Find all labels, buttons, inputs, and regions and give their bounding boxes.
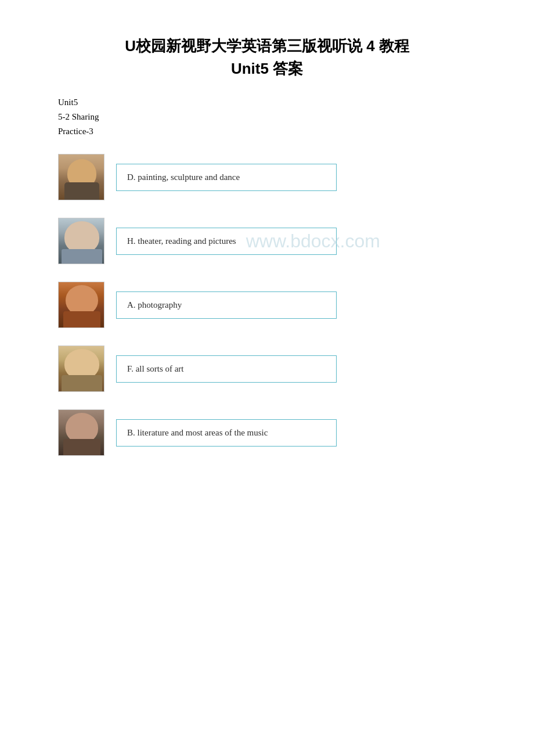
qa-item-3: A. photography [58,282,488,328]
breadcrumb-practice: Practice-3 [58,127,488,136]
answer-box-2: H. theater, reading and pictures [116,228,337,255]
qa-item-2: H. theater, reading and pictures www.bdo… [58,218,488,264]
avatar-1 [58,154,104,200]
answer-box-1: D. painting, sculpture and dance [116,164,337,191]
answer-box-3: A. photography [116,291,337,319]
qa-item-4: F. all sorts of art [58,345,488,392]
answer-box-5: B. literature and most areas of the musi… [116,419,337,447]
avatar-3 [58,282,104,328]
qa-item-5: B. literature and most areas of the musi… [58,409,488,456]
answer-text-3: A. photography [127,300,182,309]
breadcrumb-section-label: 5-2 Sharing [58,112,488,122]
breadcrumb-unit: Unit5 [58,98,488,107]
avatar-2 [58,218,104,264]
page-title: U校园新视野大学英语第三版视听说 4 教程 Unit5 答案 [46,35,488,80]
breadcrumb-section: Unit5 5-2 Sharing Practice-3 [46,98,488,136]
avatar-5 [58,409,104,456]
answer-text-4: F. all sorts of art [127,364,184,373]
qa-list: D. painting, sculpture and dance H. thea… [46,154,488,456]
answer-text-1: D. painting, sculpture and dance [127,172,240,182]
answer-text-2: H. theater, reading and pictures [127,236,236,246]
answer-text-5: B. literature and most areas of the musi… [127,428,268,437]
qa-item-1: D. painting, sculpture and dance [58,154,488,200]
answer-box-4: F. all sorts of art [116,355,337,383]
avatar-4 [58,345,104,392]
